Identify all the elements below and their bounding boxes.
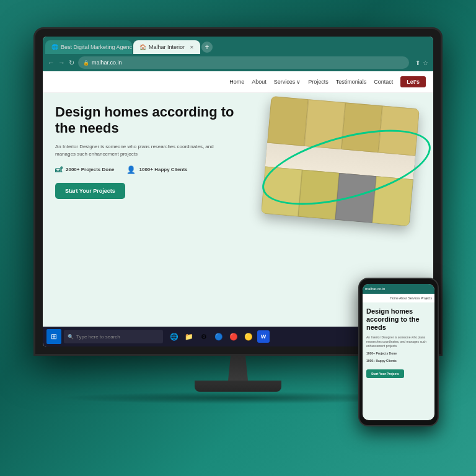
bottom-cabinet-3 [335, 173, 376, 223]
monitor-neck [226, 356, 250, 381]
taskbar-icon-chrome[interactable]: 🔴 [227, 330, 240, 343]
phone-stats-2: 1000+ Happy Clients [366, 359, 431, 363]
taskbar-icon-word[interactable]: W [257, 330, 270, 343]
services-chevron: ∨ [296, 79, 301, 85]
add-tab-button[interactable]: + [201, 42, 213, 53]
monitor-base [195, 381, 281, 392]
browser-chrome: 🌐 Best Digital Marketing Agency i... ✕ 🏠… [43, 37, 433, 71]
kitchen-image [261, 96, 420, 226]
cabinet-2 [304, 99, 345, 149]
browser-actions: ⬆ ☆ [415, 60, 428, 66]
stat-clients-value: 1000+ Happy Clients [139, 167, 187, 172]
forward-button[interactable]: → [58, 59, 65, 66]
tab2-label: Malhar Interior [149, 44, 185, 50]
taskbar-icon-edge[interactable]: 🌐 [168, 330, 180, 343]
hero-image-area [253, 99, 427, 236]
bottom-cabinet-1 [261, 166, 302, 216]
phone-website-nav: Home About Services Projects [363, 294, 434, 302]
bottom-cabinet-4 [372, 176, 413, 226]
taskbar-icon-explorer[interactable]: 📁 [183, 330, 195, 343]
nav-links: Home About Services ∨ Projects Testimoni… [229, 76, 426, 87]
cabinet-3 [342, 102, 382, 152]
nav-contact[interactable]: Contact [374, 79, 393, 85]
phone-stats: 1000+ Projects Done [366, 351, 431, 355]
search-placeholder-text: Type here to search [76, 334, 120, 340]
taskbar-icon-app[interactable]: 🟡 [242, 330, 255, 343]
phone-stat-2: 1000+ Happy Clients [366, 359, 397, 363]
cabinet-4 [378, 106, 419, 156]
sofa-icon: 🛋 [55, 165, 63, 174]
tab1-favicon: 🌐 [51, 44, 58, 50]
taskbar-search[interactable]: 🔍 Type here to search [64, 330, 163, 343]
tab2-favicon: 🏠 [139, 44, 146, 50]
bookmark-button[interactable]: ☆ [423, 60, 428, 66]
phone-hero-title: Design homes according to the needs [366, 307, 431, 332]
user-icon: 👤 [126, 165, 136, 174]
hero-section: Design homes according to the needs An I… [43, 93, 433, 267]
phone-browser-bar: malhar.co.in [363, 284, 434, 294]
phone-nav-links: Home About Services Projects [390, 296, 432, 300]
back-button[interactable]: ← [48, 59, 55, 66]
phone-cta-button[interactable]: Start Your Projects [366, 369, 404, 378]
bottom-cabinet-2 [298, 170, 339, 220]
hero-title: Design homes according to the needs [55, 104, 257, 137]
stat-projects: 🛋 2000+ Projects Done [55, 165, 114, 174]
browser-tab-2[interactable]: 🏠 Malhar Interior ✕ [133, 40, 200, 54]
hero-stats: 🛋 2000+ Projects Done 👤 1000+ Happy Clie… [55, 165, 257, 174]
browser-tab-1[interactable]: 🌐 Best Digital Marketing Agency i... ✕ [45, 40, 132, 54]
website-nav: Home About Services ∨ Projects Testimoni… [43, 71, 433, 93]
nav-cta-button[interactable]: Let's [400, 76, 426, 87]
phone: malhar.co.in Home About Services Project… [358, 278, 439, 426]
cabinet-1 [267, 96, 308, 146]
lock-icon: 🔒 [83, 60, 89, 66]
tab2-close[interactable]: ✕ [190, 45, 194, 50]
taskbar-icon-browser[interactable]: 🔵 [213, 330, 225, 343]
start-button[interactable]: ⊞ [46, 329, 61, 344]
browser-addressbar: ← → ↻ 🔒 malhar.co.in ⬆ ☆ [43, 54, 433, 71]
share-button[interactable]: ⬆ [415, 60, 420, 66]
windows-icon: ⊞ [51, 332, 57, 341]
stat-projects-value: 2000+ Projects Done [66, 167, 114, 172]
browser-tabs: 🌐 Best Digital Marketing Agency i... ✕ 🏠… [43, 37, 433, 54]
nav-projects[interactable]: Projects [308, 79, 328, 85]
hero-text: Design homes according to the needs An I… [55, 104, 257, 199]
phone-hero: Design homes according to the needs An I… [363, 302, 434, 383]
taskbar-icon-settings[interactable]: ⚙ [198, 330, 210, 343]
hero-cta-button[interactable]: Start Your Projects [55, 183, 125, 199]
search-icon: 🔍 [68, 334, 74, 340]
nav-services[interactable]: Services ∨ [274, 79, 301, 85]
taskbar-pinned-icons: 🌐 📁 ⚙ 🔵 🔴 🟡 W [168, 330, 270, 343]
nav-home[interactable]: Home [229, 79, 244, 85]
tab1-label: Best Digital Marketing Agency i... [61, 44, 132, 50]
nav-testimonials[interactable]: Testimonials [336, 79, 367, 85]
phone-hero-desc: An Interior Designer is someone who plan… [366, 335, 431, 348]
hero-description: An Interior Designer is someone who plan… [55, 143, 229, 158]
nav-about[interactable]: About [252, 79, 267, 85]
phone-screen: malhar.co.in Home About Services Project… [363, 284, 434, 420]
address-bar[interactable]: 🔒 malhar.co.in [78, 56, 409, 69]
phone-url: malhar.co.in [365, 287, 385, 291]
url-text: malhar.co.in [92, 60, 122, 66]
stat-clients: 👤 1000+ Happy Clients [126, 165, 187, 174]
refresh-button[interactable]: ↻ [69, 59, 74, 67]
phone-stat-1: 1000+ Projects Done [366, 351, 397, 355]
